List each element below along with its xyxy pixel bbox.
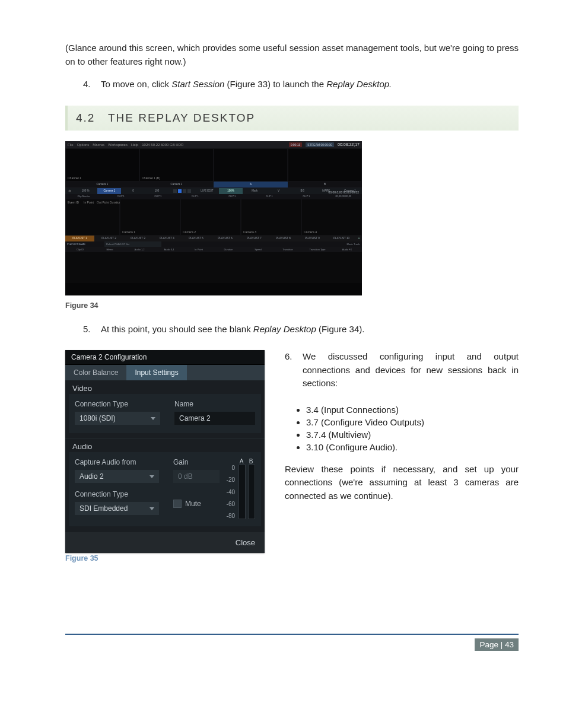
step-4: 4. To move on, click Start Session (Figu… [83,78,519,91]
playlist-name-value[interactable]: Default PLAYLIST Set [104,241,161,247]
playlist-tab-7[interactable]: PLAYLIST 7 [240,236,269,241]
playlist-tab-9[interactable]: PLAYLIST 9 [298,236,327,241]
playlist-tab-1[interactable]: PLAYLIST 1 [65,236,94,241]
reference-list: 3.4 (Input Connections) 3.7 (Configure V… [285,405,519,452]
rec-chip[interactable]: 0:00:13 [289,142,303,147]
gain-label: Gain [173,458,220,466]
music-track-label: Music Track: [161,241,362,247]
meter-a-col: A [239,458,246,519]
video-section-title: Video [65,380,265,394]
meter-b [248,465,255,519]
clock-readout: 00:08:22;17 [338,142,360,147]
chevron-down-icon [150,475,154,478]
meter-b-col: B [248,458,255,519]
playlist-name-label: PLAYLIST NAME [65,241,104,247]
speed-chip[interactable]: 100% [219,188,243,194]
glance-paragraph: (Glance around this screen, which provid… [65,42,519,68]
stream-chip[interactable]: STREAM 00:00:00 [306,142,334,147]
channel-B-tab[interactable]: B [288,182,362,187]
channel-1b-label: Camera 1 [139,182,214,187]
playlist-add-button[interactable]: ＋ [356,236,362,241]
resolution-readout: 1024 50.22 6000 GB HDR [142,143,183,147]
playlist-tab-5[interactable]: PLAYLIST 5 [182,236,211,241]
playlist-tab-4[interactable]: PLAYLIST 4 [152,236,182,241]
mute-label: Mute [185,500,201,508]
meter-scale: 0 -20 -40 -60 -80 [227,465,235,519]
playlist-tab-10[interactable]: PLAYLIST 10 [327,236,356,241]
close-button[interactable]: Close [236,538,255,547]
menu-file[interactable]: File [68,143,74,147]
list-item: 3.7 (Configure Video Outputs) [306,417,519,427]
audio-connection-type-select[interactable]: SDI Embedded [75,502,159,515]
step4-em2: Replay Desktop. [326,79,392,89]
meter-a-label: A [239,458,244,465]
loop-button[interactable] [187,189,191,193]
step-4-number: 4. [83,78,101,91]
camera-panel-3: Camera 3 [241,199,301,236]
output-panels-row: Channel 1 Channel 1 (B) 00;00;00;00 00;0… [65,148,362,182]
step-4-text: To move on, click Start Session (Figure … [101,78,519,91]
next-button[interactable] [183,189,186,193]
event-columns: Event ID In Point Out Point Duration [65,199,120,236]
clip-monitor-tab[interactable]: Clip Monitor [65,194,103,199]
chevron-down-icon [150,507,154,510]
menu-macros[interactable]: Macros [93,143,104,147]
output-panel-3: 00;00;00;00 00;00;26;24 [214,148,288,182]
source-chip[interactable]: Camera 1 [97,188,121,194]
playlist-tab-3[interactable]: PLAYLIST 3 [123,236,152,241]
chevron-down-icon [151,417,155,420]
topbar-right: 0:00:13 STREAM 00:00:00 00:08:22;17 [289,142,360,147]
channel-A-tab[interactable]: A [214,182,288,187]
step-6-text: We discussed configuring input and outpu… [303,350,519,390]
video-section: Connection Type 1080i (SDI) Name Camera … [69,394,261,433]
capture-from-select[interactable]: Audio 2 [75,470,159,483]
channel-sub-row: Camera 1 Camera 1 A B [65,182,362,188]
timecode-b: 00;00;0;00 00;00;00;02 [329,190,359,194]
channel-1-label: Camera 1 [65,182,139,187]
connection-type-select[interactable]: 1080i (SDI) [75,412,160,425]
mute-checkbox[interactable] [173,500,182,508]
camera-config-dialog: Camera 2 Configuration Color Balance Inp… [65,350,265,553]
section-heading-text: THE REPLAY DESKTOP [108,112,255,124]
tab-color-balance[interactable]: Color Balance [65,365,126,380]
review-paragraph: Review these points if necessary, and se… [285,463,519,503]
step4-pre: To move on, click [101,79,171,89]
camera-panels-row: Event ID In Point Out Point Duration Cam… [65,199,362,236]
name-label: Name [174,400,255,408]
gear-icon[interactable]: ⚙ [65,188,74,194]
tab-input-settings[interactable]: Input Settings [126,365,186,380]
menu-options[interactable]: Options [77,143,90,147]
playlist-tab-6[interactable]: PLAYLIST 6 [211,236,240,241]
output-panel-1: Channel 1 [65,148,139,182]
gain-input[interactable]: 0 dB [173,470,220,483]
figure-35-caption: Figure 35 [65,554,265,562]
mute-row: Mute [173,500,220,508]
step4-mid: (Figure 33) to launch the [224,79,326,89]
name-input[interactable]: Camera 2 [174,412,255,425]
output-panel-4: 00;00;0;00 00;00;00;02 [288,148,362,182]
audio-connection-type-label: Connection Type [75,490,159,498]
play-button[interactable] [178,189,182,193]
playlist-tab-8[interactable]: PLAYLIST 8 [269,236,298,241]
figure-34-caption: Figure 34 [65,301,519,310]
menu-workspaces[interactable]: Workspaces [108,143,128,147]
list-item: 3.7.4 (Multiview) [306,430,519,440]
list-item: 3.4 (Input Connections) [306,405,519,415]
play-controls [169,188,195,194]
audio-meters: 0 -20 -40 -60 -80 A B [227,458,255,519]
prev-button[interactable] [173,189,177,193]
transport-bar: ⚙ 100 % Camera 1 0 100 LIVE EDIT 100% Ma… [65,188,362,194]
step-5-number: 5. [83,323,101,336]
step-5: 5. At this point, you should see the bla… [83,323,519,336]
page-number: Page | 43 [475,638,519,651]
menu-help[interactable]: Help [131,143,138,147]
playlist-columns: Clip ID Memo Audio 1,2 Audio 3,4 In Poin… [65,247,362,252]
meter-b-label: B [248,458,254,465]
playlist-tab-2[interactable]: PLAYLIST 2 [94,236,123,241]
page-footer: Page | 43 [65,634,519,651]
dialog-tabs: Color Balance Input Settings [65,365,265,380]
output-panel-2: Channel 1 (B) [139,148,214,182]
audio-section: Capture Audio from Audio 2 Connection Ty… [69,452,261,526]
audio-connection-type-value: SDI Embedded [80,504,128,513]
clip-strip: Clip Monitor CLIP 1 CLIP 1 CLIP 1 CLIP 1… [65,194,362,199]
